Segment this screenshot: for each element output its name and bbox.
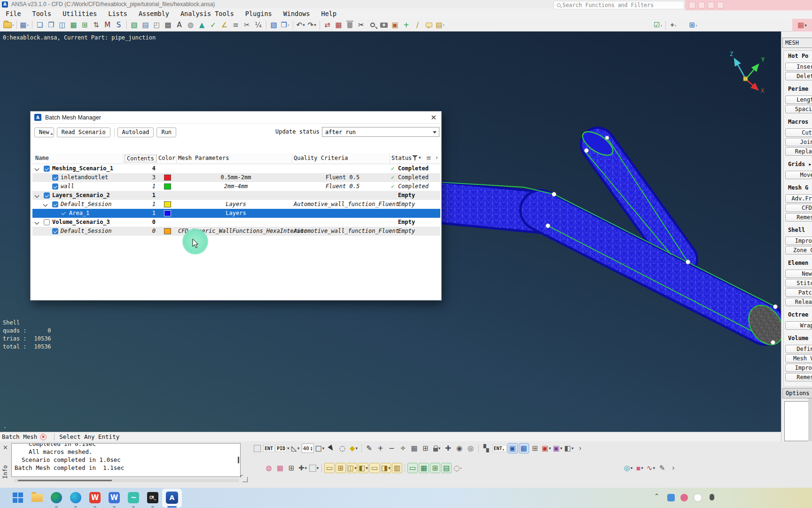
color-swatch[interactable] — [164, 175, 171, 181]
ribbon-icon-3[interactable] — [708, 2, 714, 8]
color-swatch[interactable] — [164, 201, 171, 207]
pan-icon[interactable]: ✚ — [443, 443, 453, 453]
row-checkbox[interactable] — [52, 183, 58, 190]
table-row-default_session[interactable]: Default_Session1LayersAutomotive_wall_fu… — [32, 200, 440, 209]
sidebar-button-remesh[interactable]: Remesh — [785, 373, 812, 381]
sidebar-button-replace[interactable]: Replace — [785, 147, 812, 156]
sidebar-button-improve[interactable]: Improve — [785, 237, 812, 245]
dialog-close-button[interactable]: ✕ — [430, 113, 437, 122]
screen-rect-icon[interactable]: ▭ — [407, 463, 418, 473]
ratio-icon[interactable]: ¼ — [253, 20, 264, 30]
m-tool-icon[interactable]: M — [102, 20, 113, 30]
taskbar-terminal[interactable]: CM_ — [145, 490, 160, 505]
angle-measure-icon[interactable]: ∠ — [219, 20, 230, 30]
table-row-area_1[interactable]: Area_11Layers — [32, 209, 440, 218]
ghost-cube-icon[interactable]: ▾ — [309, 463, 319, 473]
pen-icon[interactable]: ✎ — [364, 443, 375, 453]
region-select-icon[interactable]: □▾ — [315, 443, 325, 453]
sidebar-button-stitch[interactable]: Stitch — [785, 279, 812, 287]
sidebar-button-patch[interactable]: Patch — [785, 288, 812, 297]
view-single-icon[interactable]: ▭ — [324, 463, 335, 473]
view-rows-icon[interactable]: ▥ — [392, 463, 402, 473]
row-checkbox[interactable] — [44, 219, 50, 225]
lasso-icon[interactable]: ◌ — [337, 443, 348, 453]
taskbar-edge[interactable] — [68, 490, 83, 505]
log-horizontal-scrollbar[interactable] — [14, 479, 239, 482]
tray-tray-app-pink[interactable] — [680, 494, 688, 501]
spline-icon[interactable]: ∿▾ — [646, 463, 656, 473]
cancel-function-icon[interactable] — [40, 434, 47, 440]
feature-angle-icon[interactable]: ◺▾ — [290, 443, 301, 453]
add-icon[interactable]: + — [401, 20, 412, 30]
open-file-icon[interactable]: › — [3, 20, 14, 30]
row-checkbox[interactable] — [52, 201, 58, 207]
property-cube-icon[interactable]: ▣▾ — [553, 443, 563, 453]
menu-lists[interactable]: Lists — [102, 10, 133, 17]
pid-table-icon[interactable]: ▦▾ — [797, 20, 807, 31]
grid-view-icon[interactable]: ⊞ — [530, 443, 540, 453]
link-icon[interactable]: ◎▾ — [623, 463, 633, 473]
screen-mesh-icon[interactable]: ▦ — [419, 463, 429, 473]
ribbon-icon-2[interactable] — [698, 2, 705, 8]
menu-help[interactable]: Help — [316, 10, 343, 17]
sidebar-button-move[interactable]: Move — [785, 171, 812, 179]
menu-plugins[interactable]: Plugins — [240, 10, 278, 17]
comment-icon[interactable] — [424, 20, 434, 30]
mesh-panel-title[interactable]: MESH — [782, 38, 812, 48]
column-mesh-parameters[interactable]: Mesh Parameters — [178, 155, 229, 161]
feature-angle-value[interactable]: 40▲▼ — [302, 443, 314, 453]
sidebar-button-insert[interactable]: Insert — [785, 63, 812, 71]
row-checkbox[interactable] — [44, 192, 50, 198]
view-wide-icon[interactable]: ▭ — [369, 463, 380, 473]
sidebar-button-new[interactable]: New — [785, 270, 812, 278]
box-mesh-icon[interactable]: ▩ — [163, 20, 173, 30]
record-icon[interactable]: ◉ — [454, 443, 465, 453]
scissors-icon[interactable]: ✂ — [356, 20, 367, 30]
color-swatch[interactable] — [164, 228, 171, 234]
search-input[interactable]: Search Functions and Filters — [554, 1, 684, 9]
annotation-icon[interactable]: A — [174, 20, 185, 30]
table-row-wall[interactable]: wall12mm-4mmFluent 0.5✓Completed — [32, 182, 440, 191]
undo-icon[interactable]: ↶▾ — [296, 20, 306, 30]
sidebar-button-mesh-vol[interactable]: Mesh Vol — [785, 354, 812, 363]
highlight-icon[interactable]: ◆▾ — [349, 443, 359, 453]
menu-utilities[interactable]: Utilities — [57, 10, 102, 17]
column-name[interactable]: Name — [35, 155, 49, 161]
zoom-icon[interactable] — [367, 20, 378, 30]
grid-plus-icon[interactable]: ⊞› — [688, 20, 698, 31]
tray-hidden-icons-chevron[interactable]: ⌃ — [654, 492, 659, 500]
arrow-up-icon[interactable]: ▲ — [197, 20, 207, 30]
database-table-icon[interactable]: ▦› — [19, 20, 30, 30]
column-quality-criteria[interactable]: Quality Criteria — [294, 155, 348, 161]
cut-mesh-icon[interactable]: ✂ — [242, 20, 252, 30]
sidebar-button-release[interactable]: Release — [785, 298, 812, 306]
cascade-windows-icon[interactable]: ❐ — [46, 20, 56, 30]
sidebar-button-zone-cut[interactable]: Zone Cut — [785, 246, 812, 254]
more-row1[interactable]: › — [575, 443, 586, 453]
row-checkbox[interactable] — [61, 210, 67, 216]
pick-cursor-icon[interactable] — [326, 443, 336, 453]
ribbon-icon-1[interactable] — [689, 2, 695, 8]
taskbar-wps-office[interactable]: W — [87, 490, 102, 505]
marquee-select-icon[interactable] — [252, 443, 262, 453]
sidebar-button-adv-front[interactable]: Adv.Front — [785, 194, 812, 203]
taskbar-word[interactable]: W — [107, 490, 122, 505]
sidebar-scrollbar[interactable] — [808, 398, 812, 441]
ruler-icon[interactable]: ∕ — [413, 20, 423, 30]
ent-filter-button[interactable]: ENT — [263, 443, 274, 453]
row-checkbox[interactable] — [44, 166, 50, 172]
check-mesh-icon[interactable]: ✓ — [208, 20, 219, 30]
menu-tools[interactable]: Tools — [27, 10, 57, 17]
record-alt-icon[interactable]: ◎ — [466, 443, 476, 453]
screen-grid-icon[interactable]: ⊞ — [430, 463, 440, 473]
sidebar-button-improve[interactable]: Improve — [785, 364, 812, 372]
log-expand-icon[interactable] — [242, 477, 248, 482]
update-status-select[interactable]: after run — [322, 127, 439, 137]
redo-icon[interactable]: ↷▾ — [307, 20, 317, 30]
add-points-icon[interactable]: ✚▾ — [297, 463, 308, 473]
camera-icon[interactable] — [379, 20, 389, 30]
orientation-cube-icon[interactable]: ◧▾ — [564, 443, 574, 453]
column-contents[interactable]: Contents — [125, 155, 156, 162]
taskbar-ansa[interactable]: A — [164, 490, 180, 505]
taskbar-file-explorer[interactable] — [30, 490, 45, 505]
